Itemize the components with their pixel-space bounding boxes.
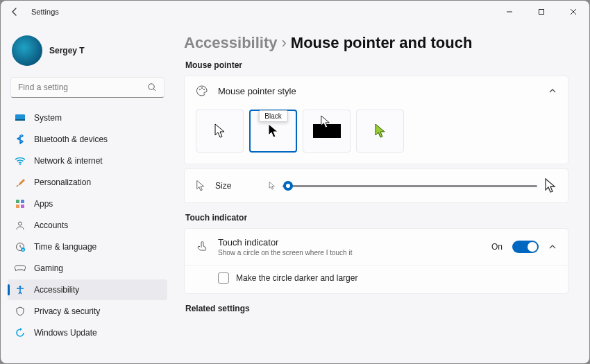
svg-rect-5 xyxy=(16,200,19,203)
maximize-button[interactable] xyxy=(525,1,557,23)
nav-update[interactable]: Windows Update xyxy=(8,322,167,343)
search-input[interactable] xyxy=(18,83,147,92)
breadcrumb: Accessibility › Mouse pointer and touch xyxy=(184,34,568,52)
touch-toggle[interactable] xyxy=(512,241,539,253)
touch-icon xyxy=(196,241,208,253)
accessibility-icon xyxy=(15,284,26,295)
section-touch: Touch indicator xyxy=(185,213,568,223)
svg-point-12 xyxy=(19,286,22,288)
nav-gaming[interactable]: Gaming xyxy=(8,258,167,279)
nav-accounts[interactable]: Accounts xyxy=(8,215,167,236)
brush-icon xyxy=(15,177,26,188)
svg-point-4 xyxy=(19,164,21,165)
slider-thumb[interactable] xyxy=(283,181,293,191)
palette-icon xyxy=(196,85,208,97)
pointer-style-label: Mouse pointer style xyxy=(218,86,539,96)
nav-apps[interactable]: Apps xyxy=(8,193,167,214)
section-related: Related settings xyxy=(185,304,568,313)
pointer-size-card: Size xyxy=(184,168,568,203)
close-button[interactable] xyxy=(557,1,589,23)
nav-bluetooth[interactable]: Bluetooth & devices xyxy=(8,129,167,150)
svg-rect-0 xyxy=(539,10,544,15)
pointer-style-custom[interactable] xyxy=(356,110,404,153)
svg-point-15 xyxy=(203,89,205,90)
tooltip: Black xyxy=(258,110,287,122)
pointer-style-white[interactable] xyxy=(196,110,244,153)
svg-rect-8 xyxy=(21,205,24,208)
clock-icon xyxy=(15,241,26,252)
size-label: Size xyxy=(215,181,231,191)
svg-point-13 xyxy=(199,89,201,90)
main-content: Accessibility › Mouse pointer and touch … xyxy=(171,23,589,363)
touch-option-row[interactable]: Make the circle darker and larger xyxy=(185,265,568,293)
gamepad-icon xyxy=(15,263,26,274)
nav-system[interactable]: System xyxy=(8,107,167,128)
shield-icon xyxy=(15,306,26,317)
pointer-style-options: Black xyxy=(185,105,568,164)
pointer-style-card: Mouse pointer style Black xyxy=(184,76,568,164)
touch-indicator-row[interactable]: Touch indicator Show a circle on the scr… xyxy=(185,229,568,265)
avatar xyxy=(12,35,42,66)
nav-accessibility[interactable]: Accessibility xyxy=(8,279,167,300)
size-slider[interactable] xyxy=(269,177,557,194)
wifi-icon xyxy=(15,155,26,166)
user-name: Sergey T xyxy=(49,46,85,55)
darker-larger-checkbox[interactable] xyxy=(218,272,229,284)
titlebar: Settings xyxy=(1,1,589,23)
svg-rect-3 xyxy=(15,119,25,121)
nav-network[interactable]: Network & internet xyxy=(8,150,167,171)
page-title: Mouse pointer and touch xyxy=(291,34,473,52)
search-icon xyxy=(147,83,157,92)
minimize-button[interactable] xyxy=(494,1,525,23)
darker-larger-label: Make the circle darker and larger xyxy=(236,273,357,283)
window-title: Settings xyxy=(31,8,494,16)
nav-time[interactable]: Time & language xyxy=(8,236,167,257)
settings-window: Settings Sergey T System Bluetooth & dev… xyxy=(1,1,589,363)
touch-sub: Show a circle on the screen where I touc… xyxy=(218,249,482,257)
sidebar: Sergey T System Bluetooth & devices Netw… xyxy=(1,23,171,363)
nav-personalization[interactable]: Personalization xyxy=(8,172,167,193)
bluetooth-icon xyxy=(15,134,26,145)
nav: System Bluetooth & devices Network & int… xyxy=(8,107,167,343)
back-button[interactable] xyxy=(10,7,20,17)
svg-point-9 xyxy=(19,222,22,225)
window-controls xyxy=(494,1,589,23)
svg-rect-7 xyxy=(16,205,19,208)
svg-point-14 xyxy=(201,87,203,89)
update-icon xyxy=(15,327,26,338)
cursor-icon xyxy=(196,180,205,192)
cursor-small-icon xyxy=(269,181,276,191)
chevron-up-icon xyxy=(548,87,557,95)
pointer-style-inverted[interactable] xyxy=(303,110,351,153)
svg-rect-6 xyxy=(21,200,24,203)
section-mouse-pointer: Mouse pointer xyxy=(185,60,568,70)
touch-indicator-card: Touch indicator Show a circle on the scr… xyxy=(184,228,568,294)
person-icon xyxy=(15,220,26,231)
user-box[interactable]: Sergey T xyxy=(8,31,167,77)
svg-point-1 xyxy=(149,84,154,89)
apps-icon xyxy=(15,198,26,209)
toggle-state: On xyxy=(491,242,503,252)
chevron-up-icon[interactable] xyxy=(548,243,557,251)
slider-track[interactable] xyxy=(283,185,537,187)
cursor-large-icon xyxy=(544,177,557,194)
pointer-style-black[interactable]: Black xyxy=(249,110,297,153)
search-box[interactable] xyxy=(10,77,165,98)
breadcrumb-parent[interactable]: Accessibility xyxy=(184,34,278,52)
pointer-style-header[interactable]: Mouse pointer style xyxy=(185,76,568,105)
chevron-right-icon: › xyxy=(282,34,287,52)
display-icon xyxy=(15,112,26,123)
touch-title: Touch indicator xyxy=(218,237,482,248)
nav-privacy[interactable]: Privacy & security xyxy=(8,301,167,322)
